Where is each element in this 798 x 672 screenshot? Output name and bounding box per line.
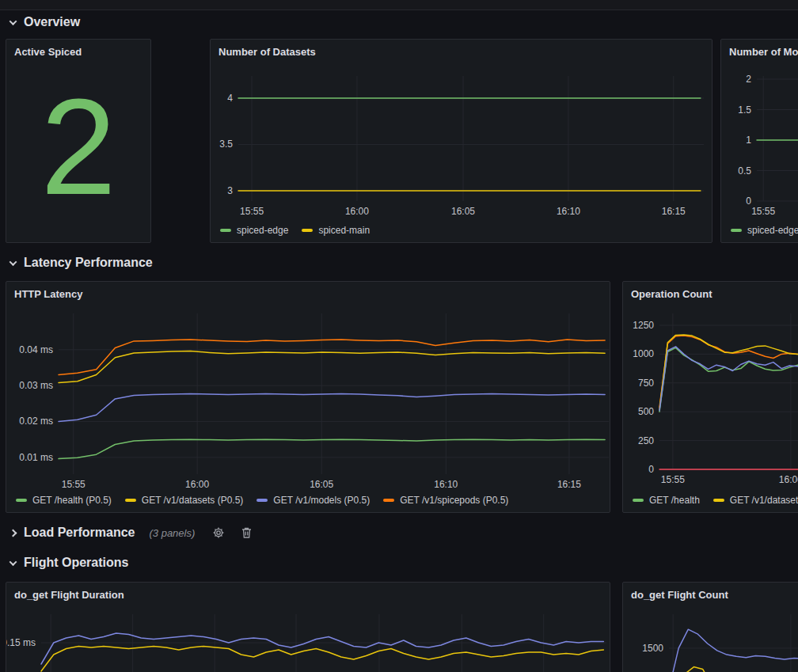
y-axis-tick: 2 xyxy=(746,74,751,85)
chart-legend: GET /health (P0.5)GET /v1/datasets (P0.5… xyxy=(16,495,508,506)
stat-value: 2 xyxy=(6,51,150,242)
chart-plot-area xyxy=(59,313,609,474)
y-axis-tick: 1 xyxy=(746,135,751,146)
legend-label: GET /v1/datasets xyxy=(730,495,798,506)
legend-color-dash xyxy=(125,499,136,502)
y-axis-tick: 4 xyxy=(227,93,233,104)
section-title: Flight Operations xyxy=(24,556,128,570)
panel-title[interactable]: Operation Count xyxy=(631,288,712,300)
legend-item[interactable]: GET /v1/datasets xyxy=(713,495,798,506)
legend-item[interactable]: GET /v1/spicepods (P0.5) xyxy=(383,495,508,506)
section-title: Overview xyxy=(24,15,80,29)
series-line xyxy=(659,336,798,407)
y-axis-tick: 1500 xyxy=(642,643,663,654)
legend-item[interactable]: GET /v1/datasets (P0.5) xyxy=(125,495,244,506)
section-flight-operations[interactable]: Flight Operations xyxy=(10,554,128,571)
x-axis-tick: 16:10 xyxy=(557,206,580,217)
section-latency-performance[interactable]: Latency Performance xyxy=(10,254,153,271)
legend-item[interactable]: spiced-edge xyxy=(731,225,798,236)
dashboard: Overview Active Spiced 2 Number of Datas… xyxy=(0,0,798,672)
legend-label: spiced-edge xyxy=(747,225,798,236)
y-axis-tick: 750 xyxy=(638,378,654,389)
series-line xyxy=(669,629,798,672)
panel-title[interactable]: do_get Flight Duration xyxy=(14,589,124,601)
panel-title[interactable]: Number of Models xyxy=(729,46,798,58)
legend-color-dash xyxy=(383,499,394,502)
panel-title[interactable]: do_get Flight Count xyxy=(631,589,728,601)
panel-operation-count: Operation Count GET /healthGET /v1/datas… xyxy=(622,281,798,513)
panel-number-of-datasets: Number of Datasets spiced-edgespiced-mai… xyxy=(210,39,712,243)
series-line xyxy=(59,439,605,458)
panel-title[interactable]: Active Spiced xyxy=(14,46,82,58)
legend-color-dash xyxy=(220,229,231,232)
x-axis-tick: 16:10 xyxy=(434,479,458,490)
y-axis-tick: 0.03 ms xyxy=(19,380,53,391)
y-axis-tick: 1.5 xyxy=(738,104,751,116)
y-axis-tick: 3.5 xyxy=(219,139,233,150)
chart-plot-area xyxy=(669,614,798,672)
series-line xyxy=(59,351,605,383)
legend-item[interactable]: spiced-main xyxy=(302,225,370,236)
chart-legend: spiced-edge xyxy=(731,225,798,236)
x-axis-tick: 16:00 xyxy=(779,474,798,485)
x-axis-tick: 15:55 xyxy=(661,474,685,485)
x-axis-tick: 16:00 xyxy=(185,479,209,490)
x-axis-tick: 16:15 xyxy=(662,206,686,217)
section-title: Load Performance xyxy=(24,526,135,540)
chart-plot-area xyxy=(41,614,606,672)
chart-plot-area xyxy=(757,76,798,201)
chart-legend: GET /healthGET /v1/datasets xyxy=(633,495,798,506)
legend-item[interactable]: GET /health (P0.5) xyxy=(16,495,112,506)
panel-do-get-flight-duration: do_get Flight Duration 0.15 ms xyxy=(6,582,610,672)
chevron-down-icon xyxy=(10,558,17,566)
legend-color-dash xyxy=(633,499,644,502)
panel-active-spiced: Active Spiced 2 xyxy=(6,39,151,243)
y-axis-tick: 3 xyxy=(227,185,233,196)
y-axis-tick: 0.15 ms xyxy=(6,637,36,648)
y-axis-tick: 0.5 xyxy=(738,165,751,177)
y-axis-tick: 500 xyxy=(638,406,654,417)
y-axis-tick: 1000 xyxy=(633,348,654,359)
x-axis-tick: 16:05 xyxy=(451,206,475,217)
chevron-right-icon xyxy=(10,529,17,537)
y-axis-tick: 0.04 ms xyxy=(19,344,53,355)
chart-plot-area xyxy=(238,76,704,201)
series-line xyxy=(659,347,798,412)
chart-plot-area xyxy=(659,313,798,469)
legend-label: GET /health xyxy=(649,495,700,506)
y-axis-tick: 0 xyxy=(648,464,654,475)
series-line xyxy=(676,667,721,672)
trash-icon[interactable] xyxy=(241,526,253,539)
x-axis-tick: 15:55 xyxy=(240,206,264,217)
legend-color-dash xyxy=(731,229,742,232)
panel-title[interactable]: HTTP Latency xyxy=(14,288,82,300)
chevron-down-icon xyxy=(10,17,17,25)
x-axis-tick: 16:15 xyxy=(557,479,581,490)
section-load-performance[interactable]: Load Performance (3 panels) xyxy=(10,524,253,541)
legend-item[interactable]: GET /v1/models (P0.5) xyxy=(256,495,370,506)
y-axis-tick: 0 xyxy=(746,196,751,207)
y-axis-tick: 250 xyxy=(638,435,654,446)
x-axis-tick: 16:05 xyxy=(310,479,333,490)
panel-count-note: (3 panels) xyxy=(149,527,195,539)
legend-label: spiced-main xyxy=(318,225,370,236)
legend-item[interactable]: spiced-edge xyxy=(220,225,288,236)
series-line xyxy=(659,335,798,409)
panel-title[interactable]: Number of Datasets xyxy=(218,46,316,58)
legend-label: GET /v1/models (P0.5) xyxy=(273,495,370,506)
legend-item[interactable]: GET /health xyxy=(633,495,700,506)
panel-number-of-models: Number of Models spiced-edge 15:5516:002… xyxy=(720,39,798,243)
legend-color-dash xyxy=(16,499,27,502)
series-line xyxy=(41,647,603,672)
chevron-down-icon xyxy=(10,258,17,266)
series-line xyxy=(59,340,605,374)
legend-label: GET /health (P0.5) xyxy=(32,495,112,506)
legend-color-dash xyxy=(302,229,313,232)
section-overview[interactable]: Overview xyxy=(10,13,80,31)
series-line xyxy=(59,394,605,422)
gear-icon[interactable] xyxy=(212,526,225,539)
top-row-edge xyxy=(0,0,798,10)
x-axis-tick: 15:55 xyxy=(62,479,86,490)
y-axis-tick: 1250 xyxy=(633,320,654,331)
panel-do-get-flight-count: do_get Flight Count 1500 xyxy=(622,582,798,672)
